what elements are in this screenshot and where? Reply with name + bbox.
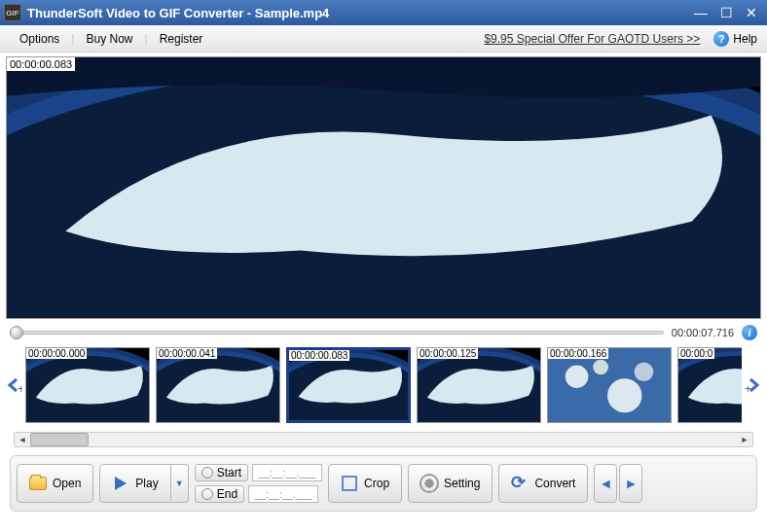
thumbnail-frame[interactable]: 00:00:00.125 (417, 347, 541, 423)
thumbnails-container: 00:00:00.00000:00:00.04100:00:00.08300:0… (25, 347, 742, 423)
start-time-field[interactable]: __:__:__.___ (252, 464, 322, 481)
maximize-button[interactable]: ☐ (714, 3, 738, 22)
convert-button[interactable]: Convert (498, 464, 588, 503)
folder-icon (29, 475, 47, 492)
start-time-button[interactable]: Start (195, 464, 248, 481)
start-label: Start (217, 466, 241, 479)
seekbar[interactable] (10, 326, 664, 339)
time-range-controls: Start __:__:__.___ End __:__:__.___ (195, 464, 322, 503)
setting-label: Setting (444, 477, 480, 490)
setting-button[interactable]: Setting (408, 464, 493, 503)
info-icon[interactable]: i (742, 325, 757, 340)
convert-icon (511, 475, 529, 492)
chevron-left-icon: + (5, 376, 22, 394)
chevron-right-icon: + (745, 376, 762, 394)
svg-point-19 (593, 360, 608, 375)
clock-icon (201, 488, 213, 500)
menu-register[interactable]: Register (150, 28, 213, 50)
titlebar: GIF ThunderSoft Video to GIF Converter -… (0, 0, 767, 25)
thumbnail-timestamp: 00:00:0 (678, 348, 714, 359)
play-icon (112, 475, 129, 492)
thumbs-next-button[interactable]: + (744, 346, 763, 424)
window-controls: — ☐ ✕ (689, 3, 763, 22)
thumbnails-scrollbar[interactable]: ◄ ► (14, 432, 753, 447)
thumbnail-frame[interactable]: 00:00:0 (677, 347, 742, 423)
help-button[interactable]: ? Help (713, 31, 757, 47)
crop-icon (341, 475, 358, 492)
app-icon: GIF (4, 4, 21, 21)
thumbnail-frame[interactable]: 00:00:00.041 (156, 347, 280, 423)
crop-label: Crop (364, 477, 389, 490)
menu-buynow[interactable]: Buy Now (76, 28, 142, 50)
menu-options[interactable]: Options (10, 28, 69, 50)
seekbar-track (10, 331, 664, 335)
thumbnail-timestamp: 00:00:00.166 (548, 348, 608, 359)
end-time-button[interactable]: End (195, 485, 244, 503)
svg-point-17 (566, 366, 589, 388)
close-button[interactable]: ✕ (740, 3, 763, 22)
crop-button[interactable]: Crop (328, 464, 402, 503)
play-button-group: Play ▼ (99, 464, 188, 503)
menubar: Options | Buy Now | Register $9.95 Speci… (0, 25, 767, 53)
thumbs-prev-button[interactable]: + (4, 346, 23, 424)
svg-rect-16 (548, 348, 671, 422)
thumbnail-timestamp: 00:00:00.041 (157, 348, 217, 359)
end-label: End (217, 487, 237, 501)
thumbnails-row: + 00:00:00.00000:00:00.04100:00:00.08300… (0, 340, 767, 426)
play-button[interactable]: Play (99, 464, 170, 503)
thumbnail-timestamp: 00:00:00.083 (289, 350, 349, 361)
scroll-thumb[interactable] (30, 433, 89, 446)
svg-text:+: + (745, 382, 751, 394)
help-icon: ? (713, 31, 729, 47)
preview-timestamp: 00:00:00.083 (7, 57, 75, 71)
gear-icon (420, 475, 438, 492)
prev-frame-button[interactable]: ◄ (594, 464, 617, 503)
thumbnail-frame[interactable]: 00:00:00.166 (547, 347, 672, 423)
video-preview[interactable]: 00:00:00.083 (6, 56, 761, 319)
convert-label: Convert (534, 477, 575, 490)
thumbnail-frame[interactable]: 00:00:00.000 (25, 347, 150, 423)
thumbnail-timestamp: 00:00:00.000 (26, 348, 87, 359)
special-offer-link[interactable]: $9.95 Special Offer For GAOTD Users >> (484, 32, 700, 46)
next-frame-button[interactable]: ► (619, 464, 642, 503)
svg-text:+: + (18, 382, 22, 394)
thumbnail-frame[interactable]: 00:00:00.083 (286, 347, 411, 423)
nav-group: ◄ ► (594, 464, 642, 503)
scroll-left-button[interactable]: ◄ (15, 433, 30, 446)
scroll-right-button[interactable]: ► (737, 433, 752, 446)
preview-frame-image (7, 57, 760, 318)
scroll-track[interactable] (30, 433, 737, 446)
seekbar-thumb[interactable] (10, 326, 23, 339)
window-title: ThunderSoft Video to GIF Converter - Sam… (27, 6, 689, 20)
play-dropdown[interactable]: ▼ (171, 464, 189, 503)
thumbnail-timestamp: 00:00:00.125 (418, 348, 478, 359)
bottom-toolbar: Open Play ▼ Start __:__:__.___ End __:__… (10, 455, 757, 512)
end-time-field[interactable]: __:__:__.___ (248, 485, 318, 503)
seekbar-row: 00:00:07.716 i (0, 319, 767, 340)
svg-point-20 (635, 363, 654, 381)
help-label: Help (733, 32, 757, 46)
svg-point-18 (607, 378, 641, 412)
clock-icon (201, 467, 213, 479)
minimize-button[interactable]: — (689, 3, 712, 22)
duration-label: 00:00:07.716 (672, 327, 734, 338)
open-label: Open (53, 477, 81, 490)
play-label: Play (135, 477, 158, 490)
open-button[interactable]: Open (17, 464, 93, 503)
